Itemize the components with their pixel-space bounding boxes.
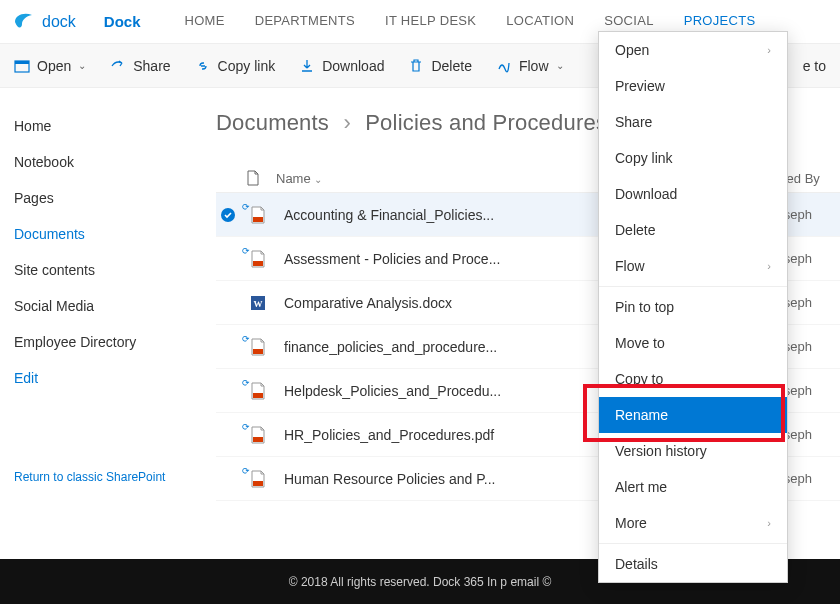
sync-icon: ⟳ — [242, 202, 250, 212]
context-menu: Open›PreviewShareCopy linkDownloadDelete… — [598, 31, 788, 583]
share-label: Share — [133, 58, 170, 74]
copy-link-label: Copy link — [218, 58, 276, 74]
nav-item-location[interactable]: LOCATION — [504, 1, 576, 42]
sidebar-item-employee-directory[interactable]: Employee Directory — [14, 326, 196, 358]
ctx-pin-to-top[interactable]: Pin to top — [599, 289, 787, 325]
chevron-right-icon: › — [767, 44, 771, 56]
brand-text-small: dock — [42, 13, 76, 31]
open-label: Open — [37, 58, 71, 74]
flow-label: Flow — [519, 58, 549, 74]
dock-logo-icon — [12, 10, 36, 34]
ctx-version-history[interactable]: Version history — [599, 433, 787, 469]
return-classic-link[interactable]: Return to classic SharePoint — [14, 470, 196, 484]
chevron-down-icon: ⌄ — [78, 60, 86, 71]
row-check[interactable] — [216, 207, 240, 223]
svg-text:W: W — [254, 299, 263, 309]
col-icon-header — [216, 170, 276, 186]
nav-item-departments[interactable]: DEPARTMENTS — [253, 1, 357, 42]
chevron-right-icon: › — [767, 517, 771, 529]
breadcrumb-root[interactable]: Documents — [216, 110, 329, 135]
side-edit[interactable]: Edit — [14, 362, 196, 394]
ctx-delete[interactable]: Delete — [599, 212, 787, 248]
sync-icon: ⟳ — [242, 378, 250, 388]
download-label: Download — [322, 58, 384, 74]
delete-button[interactable]: Delete — [408, 58, 471, 74]
chevron-down-icon: ⌄ — [556, 60, 564, 71]
move-to-label: e to — [803, 58, 826, 74]
share-icon — [110, 58, 126, 74]
link-icon — [195, 58, 211, 74]
ctx-share[interactable]: Share — [599, 104, 787, 140]
trash-icon — [408, 58, 424, 74]
download-button[interactable]: Download — [299, 58, 384, 74]
chevron-right-icon: › — [343, 110, 351, 135]
separator — [599, 543, 787, 544]
nav-item-it-help-desk[interactable]: IT HELP DESK — [383, 1, 478, 42]
open-button[interactable]: Open ⌄ — [14, 58, 86, 74]
ctx-alert-me[interactable]: Alert me — [599, 469, 787, 505]
svg-rect-9 — [253, 437, 263, 442]
download-icon — [299, 58, 315, 74]
sidebar-item-social-media[interactable]: Social Media — [14, 290, 196, 322]
delete-label: Delete — [431, 58, 471, 74]
sidebar-item-notebook[interactable]: Notebook — [14, 146, 196, 178]
share-button[interactable]: Share — [110, 58, 170, 74]
open-icon — [14, 58, 30, 74]
flow-icon — [496, 58, 512, 74]
sidebar-item-documents[interactable]: Documents — [14, 218, 196, 250]
ctx-move-to[interactable]: Move to — [599, 325, 787, 361]
flow-button[interactable]: Flow ⌄ — [496, 58, 564, 74]
ctx-flow[interactable]: Flow› — [599, 248, 787, 284]
svg-rect-1 — [15, 61, 29, 64]
file-type-icon: ⟳ — [240, 338, 276, 356]
ctx-copy-link[interactable]: Copy link — [599, 140, 787, 176]
breadcrumb-leaf: Policies and Procedures — [365, 110, 607, 135]
svg-rect-10 — [253, 481, 263, 486]
ctx-preview[interactable]: Preview — [599, 68, 787, 104]
side-nav: HomeNotebookPagesDocumentsSite contentsS… — [0, 88, 196, 604]
copy-link-button[interactable]: Copy link — [195, 58, 276, 74]
brand-text: Dock — [104, 13, 141, 30]
svg-rect-3 — [253, 217, 263, 222]
ctx-rename[interactable]: Rename — [599, 397, 787, 433]
file-type-icon: ⟳ — [240, 382, 276, 400]
file-type-icon: ⟳ — [240, 206, 276, 224]
nav-item-home[interactable]: HOME — [182, 1, 226, 42]
move-to-button[interactable]: e to — [803, 58, 826, 74]
svg-rect-7 — [253, 349, 263, 354]
separator — [599, 286, 787, 287]
file-type-icon: W — [240, 294, 276, 312]
ctx-download[interactable]: Download — [599, 176, 787, 212]
ctx-open[interactable]: Open› — [599, 32, 787, 68]
brand-logo[interactable]: dock Dock — [12, 10, 140, 34]
svg-rect-8 — [253, 393, 263, 398]
file-type-icon: ⟳ — [240, 470, 276, 488]
ctx-more[interactable]: More› — [599, 505, 787, 541]
sync-icon: ⟳ — [242, 334, 250, 344]
file-type-icon: ⟳ — [240, 426, 276, 444]
chevron-down-icon: ⌄ — [314, 174, 322, 185]
footer-text: © 2018 All rights reserved. Dock 365 In … — [289, 575, 551, 589]
file-type-icon: ⟳ — [240, 250, 276, 268]
sidebar-item-site-contents[interactable]: Site contents — [14, 254, 196, 286]
sidebar-item-home[interactable]: Home — [14, 110, 196, 142]
svg-rect-4 — [253, 261, 263, 266]
ctx-details[interactable]: Details — [599, 546, 787, 582]
file-icon — [246, 170, 260, 186]
sync-icon: ⟳ — [242, 466, 250, 476]
ctx-copy-to[interactable]: Copy to — [599, 361, 787, 397]
sync-icon: ⟳ — [242, 422, 250, 432]
sync-icon: ⟳ — [242, 246, 250, 256]
chevron-right-icon: › — [767, 260, 771, 272]
sidebar-item-pages[interactable]: Pages — [14, 182, 196, 214]
